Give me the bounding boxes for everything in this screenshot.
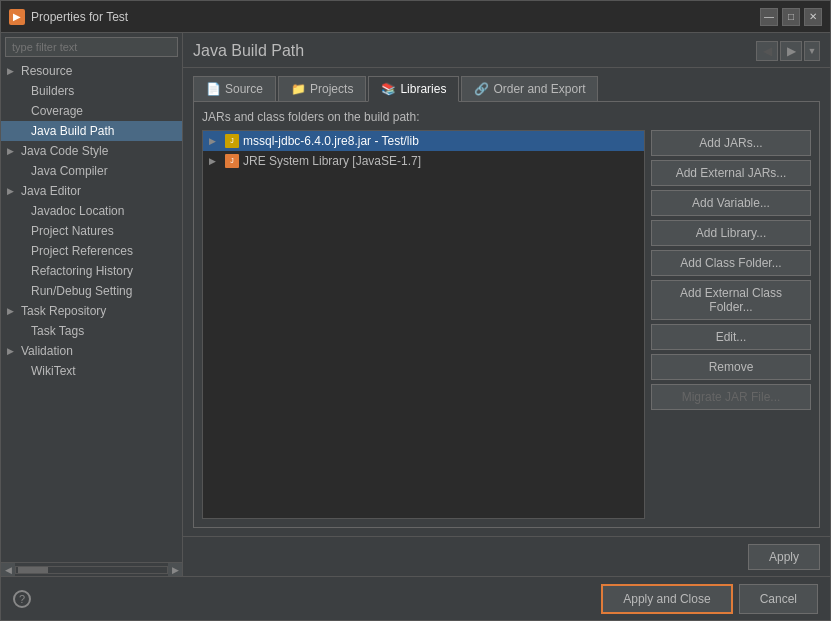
sidebar-item-wikitext[interactable]: WikiText [1,361,182,381]
dialog-title: Properties for Test [31,10,760,24]
sidebar-item-label: Run/Debug Setting [31,284,132,298]
sidebar-item-resource[interactable]: ▶ Resource [1,61,182,81]
scroll-thumb [18,567,48,573]
tab-source-label: Source [225,82,263,96]
remove-button[interactable]: Remove [651,354,811,380]
tab-libraries-label: Libraries [400,82,446,96]
tree-expand-icon[interactable]: ▶ [209,136,221,146]
sidebar-item-java-build-path[interactable]: Java Build Path [1,121,182,141]
sidebar-list: ▶ Resource Builders Coverage Java Build … [1,61,182,562]
sidebar-item-label: Java Editor [21,184,81,198]
panel-header: Java Build Path ◀ ▶ ▼ [183,33,830,68]
source-tab-icon: 📄 [206,82,221,96]
cancel-button[interactable]: Cancel [739,584,818,614]
add-class-folder-button[interactable]: Add Class Folder... [651,250,811,276]
add-variable-button[interactable]: Add Variable... [651,190,811,216]
tab-content-libraries: JARs and class folders on the build path… [193,102,820,528]
sidebar-item-javadoc-location[interactable]: Javadoc Location [1,201,182,221]
sidebar-item-java-code-style[interactable]: ▶ Java Code Style [1,141,182,161]
sidebar-item-label: Java Build Path [31,124,114,138]
jre-icon: J [225,154,239,168]
sidebar-item-label: Coverage [31,104,83,118]
back-button[interactable]: ◀ [756,41,778,61]
maximize-button[interactable]: □ [782,8,800,26]
sidebar-item-builders[interactable]: Builders [1,81,182,101]
help-button[interactable]: ? [13,590,31,608]
expand-icon: ▶ [7,346,17,356]
sidebar-item-label: Task Tags [31,324,84,338]
sidebar-item-project-natures[interactable]: Project Natures [1,221,182,241]
close-button[interactable]: ✕ [804,8,822,26]
sidebar-item-coverage[interactable]: Coverage [1,101,182,121]
build-path-label: JARs and class folders on the build path… [202,110,811,124]
migrate-jar-button[interactable]: Migrate JAR File... [651,384,811,410]
sidebar-item-java-editor[interactable]: ▶ Java Editor [1,181,182,201]
tab-order-export-label: Order and Export [493,82,585,96]
order-export-tab-icon: 🔗 [474,82,489,96]
tab-source[interactable]: 📄 Source [193,76,276,101]
sidebar-item-label: Validation [21,344,73,358]
sidebar-item-validation[interactable]: ▶ Validation [1,341,182,361]
tree-item-mssql-label: mssql-jdbc-6.4.0.jre8.jar - Test/lib [243,134,419,148]
scroll-track[interactable] [15,566,168,574]
nav-dropdown-button[interactable]: ▼ [804,41,820,61]
sidebar-item-label: WikiText [31,364,76,378]
sidebar-item-project-references[interactable]: Project References [1,241,182,261]
scroll-right-button[interactable]: ▶ [168,563,182,577]
tab-libraries[interactable]: 📚 Libraries [368,76,459,102]
sidebar-horizontal-scrollbar[interactable]: ◀ ▶ [1,562,182,576]
main-content: ▶ Resource Builders Coverage Java Build … [1,33,830,576]
sidebar-item-label: Resource [21,64,72,78]
edit-button[interactable]: Edit... [651,324,811,350]
jar-icon: J [225,134,239,148]
title-bar: ▶ Properties for Test — □ ✕ [1,1,830,33]
panel-body: 📄 Source 📁 Projects 📚 Libraries 🔗 Order … [183,68,830,536]
sidebar-item-label: Refactoring History [31,264,133,278]
sidebar-item-run-debug-settings[interactable]: Run/Debug Setting [1,281,182,301]
add-external-jars-button[interactable]: Add External JARs... [651,160,811,186]
tab-order-export[interactable]: 🔗 Order and Export [461,76,598,101]
tab-projects-label: Projects [310,82,353,96]
expand-icon: ▶ [7,306,17,316]
footer: ? Apply and Close Cancel [1,576,830,620]
expand-icon: ▶ [7,146,17,156]
panel-title: Java Build Path [193,42,756,60]
sidebar-item-label: Project Natures [31,224,114,238]
add-library-button[interactable]: Add Library... [651,220,811,246]
bottom-bar: Apply [183,536,830,576]
sidebar-item-refactoring-history[interactable]: Refactoring History [1,261,182,281]
sidebar-item-task-repository[interactable]: ▶ Task Repository [1,301,182,321]
tree-item-mssql[interactable]: ▶ J mssql-jdbc-6.4.0.jre8.jar - Test/lib [203,131,644,151]
expand-icon: ▶ [7,66,17,76]
library-tree[interactable]: ▶ J mssql-jdbc-6.4.0.jre8.jar - Test/lib… [202,130,645,519]
sidebar-item-label: Java Compiler [31,164,108,178]
navigation-arrows: ◀ ▶ ▼ [756,41,820,61]
add-external-class-folder-button[interactable]: Add External Class Folder... [651,280,811,320]
add-jars-button[interactable]: Add JARs... [651,130,811,156]
sidebar-item-label: Task Repository [21,304,106,318]
build-path-area: ▶ J mssql-jdbc-6.4.0.jre8.jar - Test/lib… [202,130,811,519]
minimize-button[interactable]: — [760,8,778,26]
title-controls: — □ ✕ [760,8,822,26]
sidebar-item-java-compiler[interactable]: Java Compiler [1,161,182,181]
sidebar: ▶ Resource Builders Coverage Java Build … [1,33,183,576]
filter-input[interactable] [5,37,178,57]
sidebar-item-label: Javadoc Location [31,204,124,218]
tree-item-jre[interactable]: ▶ J JRE System Library [JavaSE-1.7] [203,151,644,171]
sidebar-item-task-tags[interactable]: Task Tags [1,321,182,341]
dialog-icon: ▶ [9,9,25,25]
tabs-bar: 📄 Source 📁 Projects 📚 Libraries 🔗 Order … [193,76,820,102]
apply-button[interactable]: Apply [748,544,820,570]
apply-and-close-button[interactable]: Apply and Close [601,584,732,614]
right-panel: Java Build Path ◀ ▶ ▼ 📄 Source 📁 [183,33,830,576]
tree-expand-icon[interactable]: ▶ [209,156,221,166]
sidebar-item-label: Project References [31,244,133,258]
projects-tab-icon: 📁 [291,82,306,96]
action-buttons: Add JARs... Add External JARs... Add Var… [651,130,811,519]
sidebar-item-label: Builders [31,84,74,98]
scroll-left-button[interactable]: ◀ [1,563,15,577]
forward-button[interactable]: ▶ [780,41,802,61]
sidebar-item-label: Java Code Style [21,144,108,158]
tab-projects[interactable]: 📁 Projects [278,76,366,101]
expand-icon: ▶ [7,186,17,196]
